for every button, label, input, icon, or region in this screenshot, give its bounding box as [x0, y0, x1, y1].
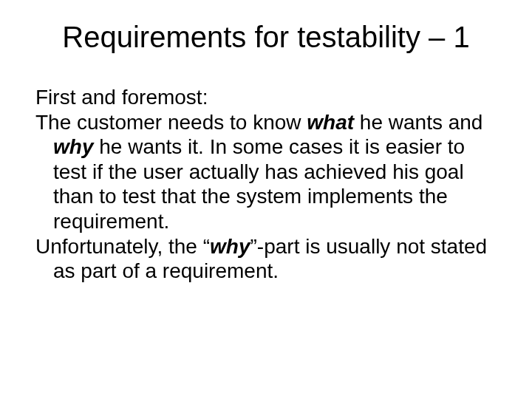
emphasis-why: why: [53, 135, 93, 158]
emphasis-why-quoted: why: [210, 235, 250, 258]
text-fragment: Unfortunately, the “: [35, 235, 210, 258]
emphasis-what: what: [307, 111, 354, 134]
slide-title: Requirements for testability – 1: [35, 21, 497, 54]
text-fragment: he wants it. In some cases it is easier …: [53, 135, 465, 233]
paragraph-main: The customer needs to know what he wants…: [35, 110, 497, 234]
intro-line: First and foremost:: [35, 85, 497, 110]
text-fragment: The customer needs to know: [35, 111, 307, 134]
paragraph-unfortunately: Unfortunately, the “why”-part is usually…: [35, 234, 497, 284]
slide-container: Requirements for testability – 1 First a…: [0, 0, 532, 399]
slide-body: First and foremost: The customer needs t…: [35, 85, 497, 284]
text-fragment: he wants and: [354, 111, 482, 134]
